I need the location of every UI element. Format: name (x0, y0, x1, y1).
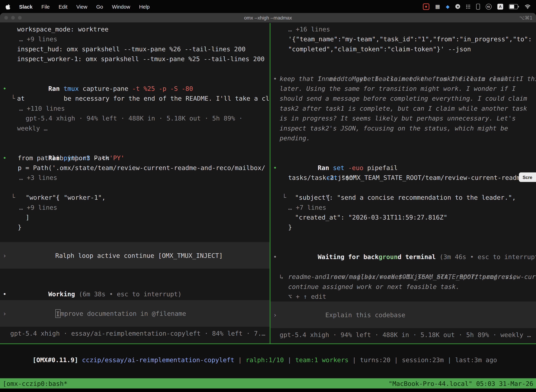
iphone-mirroring-icon[interactable] (476, 4, 480, 9)
hud-separator: | (284, 356, 295, 364)
prompt-chevron-icon: › (273, 310, 277, 320)
gem-app-icon[interactable]: ◆ (446, 4, 450, 9)
hud-last: last:3m ago (455, 356, 497, 364)
queued-message-banner: ›Ralph loop active continue [OMX_TMUX_IN… (0, 242, 270, 269)
menu-window[interactable]: Window (112, 4, 130, 9)
command-output-line: └{ (0, 183, 270, 192)
blank-line (270, 232, 536, 242)
text-cursor: I (55, 309, 60, 318)
hud-project: cczip/essay/ai-reimplementation-copyleft (82, 356, 234, 364)
command-continuation-line: '{"team_name":"my-team","task_id":"1","f… (270, 34, 536, 44)
window-shortcut: ⌥⌘1 (519, 15, 533, 21)
model-status-line: gpt-5.4 xhigh · essay/ai-reimplementatio… (0, 328, 270, 338)
command-output-line: at (0, 93, 270, 103)
menu-bar-left: Slack File Edit View Go Window Help (5, 4, 150, 9)
pane-left[interactable]: workspace_mode: worktree … +9 lines insp… (0, 23, 270, 343)
close-button[interactable] (4, 16, 8, 20)
omitted-lines-indicator: … +110 lines (0, 103, 270, 113)
circle-app-icon[interactable] (455, 4, 460, 9)
tmux-status-bar: [omx-cczip0:bash* "MacBook-Pro-44.local"… (0, 378, 536, 388)
script-body-line: cat "$OMX_TEAM_STATE_ROOT/team/review-cu… (270, 163, 536, 173)
script-body-line: p = Path('.omx/state/team/review-current… (0, 163, 270, 173)
screen-share-pill[interactable]: Scre (519, 173, 536, 182)
menu-app-name[interactable]: Slack (19, 4, 33, 9)
tmux-session-window[interactable]: [omx-cczip0:bash* (3, 380, 67, 387)
battery-nub (518, 6, 519, 7)
menu-help[interactable]: Help (139, 4, 150, 9)
thinking-line: task2 after task1 is complete, but can I… (270, 103, 536, 113)
desktop: Slack File Edit View Go Window Help ▦ ◆ … (0, 0, 536, 392)
battery-icon[interactable] (509, 4, 519, 9)
thinking-line: should send a message before completing … (270, 93, 536, 103)
terminal-window: omx --xhigh --madmax ⌥⌘1 workspace_mode:… (0, 13, 536, 392)
thinking-line: pending. (270, 133, 536, 143)
zoom-button[interactable] (18, 16, 22, 20)
menu-go[interactable]: Go (96, 4, 103, 9)
window-title: omx --xhigh --madmax (244, 15, 292, 21)
composer-placeholder: Explain this codebase (325, 311, 405, 318)
menu-bar: Slack File Edit View Go Window Help ▦ ◆ … (0, 0, 536, 13)
window-titlebar[interactable]: omx --xhigh --madmax ⌥⌘1 (0, 13, 536, 23)
hud-version: [OMX#0.11.9] (33, 356, 82, 364)
thinking-line: later. Using the same for transition mig… (270, 84, 536, 93)
screen-recording-indicator[interactable] (423, 3, 429, 10)
menu-edit[interactable]: Edit (58, 4, 67, 9)
working-status-line: •Working (6m 38s • esc to interrupt) (0, 279, 270, 289)
minimize-button[interactable] (11, 16, 15, 20)
thinking-line: inspect task2's JSON, focusing on the st… (270, 123, 536, 133)
command-output-line: └{ (270, 183, 536, 192)
spinner-icon: • (3, 289, 7, 299)
json-output-line: "created_at": "2026-03-31T11:59:27.816Z" (270, 212, 536, 222)
omitted-lines-indicator: … +9 lines (0, 202, 270, 212)
battery-fill (510, 5, 514, 8)
dots-grid-icon[interactable] (466, 4, 470, 9)
hud-separator: | (444, 356, 455, 364)
token-usage-line: weekly … (0, 123, 270, 133)
config-line: workspace_mode: worktree (0, 24, 270, 34)
blank-line (270, 54, 536, 64)
wifi-icon[interactable] (525, 4, 531, 9)
script-body-line: tasks/task-2.json" (270, 173, 536, 183)
omitted-lines-indicator: … +3 lines (0, 173, 270, 183)
thinking-line: is in progress? It seems likely but perh… (270, 113, 536, 123)
composer-input-right[interactable]: ›Explain this codebase (270, 301, 536, 328)
ran-command-line: •Ran tmux capture-pane -t %25 -p -S -80 (0, 74, 270, 84)
queued-message-text: Ralph loop active continue [OMX_TMUX_INJ… (55, 252, 223, 259)
circle-inner-dot (457, 6, 459, 7)
command-continuation-line: "completed","claim_token":"claim-token"}… (270, 44, 536, 54)
pane-right[interactable]: … +16 lines '{"team_name":"my-team","tas… (270, 23, 536, 343)
hud-separator: | (234, 356, 246, 364)
composer-placeholder: mprove documentation in @filename (61, 310, 186, 317)
blank-line (0, 133, 270, 143)
command-output-line: └be necessary for the end of the README.… (0, 84, 270, 93)
mailbox-notice-line: continue assigned work or next feasible … (270, 282, 536, 292)
json-output-line: } (0, 222, 270, 232)
hud-team: team:1 workers (295, 356, 349, 364)
window-bottom-strip (0, 388, 536, 392)
omitted-lines-indicator: … +16 lines (270, 24, 536, 34)
input-source-icon[interactable]: A (497, 4, 503, 9)
traffic-lights (4, 13, 22, 23)
mailbox-notice-line: ↳1 new msg(s): read $OMX_TEAM_STATE_ROOT… (270, 262, 536, 272)
battery-body (509, 4, 518, 9)
menu-file[interactable]: File (42, 4, 50, 9)
tmux-panes: workspace_mode: worktree … +9 lines insp… (0, 23, 536, 344)
mailbox-notice-line: readme-and-reco/mailbox/worker-1.json, a… (270, 272, 536, 281)
tmux-host-clock: "MacBook-Pro-44.local" 05:03 31-Mar-26 (389, 380, 533, 387)
battery-percentage-badge[interactable]: 61 (486, 4, 492, 9)
json-output-line: ] (0, 212, 270, 222)
hud-turns: turns:20 (360, 356, 390, 364)
composer-input-left[interactable]: ›Improve documentation in @filename (0, 300, 270, 327)
apple-menu-icon[interactable] (5, 4, 10, 9)
thinking-line: •I need to get the claim token from the … (270, 64, 536, 74)
blank-line (270, 252, 536, 262)
recording-dot-icon (425, 6, 427, 7)
omx-hud-pane[interactable]: [OMX#0.11.9] cczip/essay/ai-reimplementa… (0, 344, 536, 378)
model-status-line: gpt-5.4 xhigh · 94% left · 488K in · 5.1… (270, 330, 536, 340)
window-grid-icon[interactable]: ▦ (435, 3, 440, 9)
thinking-line: keep that in mind. Maybe I also need the… (270, 74, 536, 84)
hud-session: session:23m (402, 356, 444, 364)
waiting-status-line: •Waiting for background terminal (3m 46s… (270, 242, 536, 252)
menu-view[interactable]: View (76, 4, 87, 9)
ran-command-line: •Ran set -euo pipefail (270, 153, 536, 163)
